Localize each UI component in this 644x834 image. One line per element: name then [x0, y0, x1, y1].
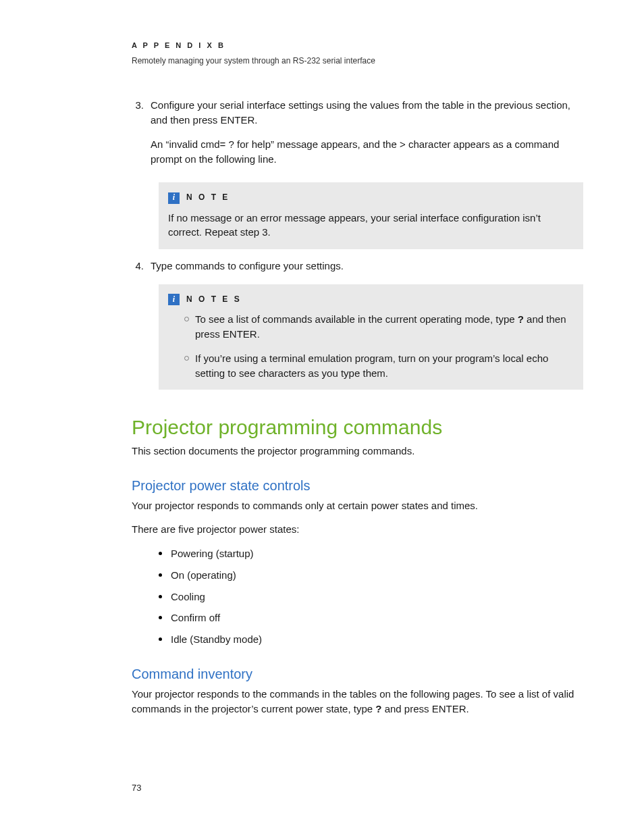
list-item: On (operating) [159, 568, 583, 583]
info-icon: i [168, 192, 180, 204]
subheading-power-state-controls: Projector power state controls [132, 476, 583, 496]
text-fragment: and press ENTER. [381, 703, 468, 714]
list-item: Powering (startup) [159, 546, 583, 561]
text-fragment: To see a list of commands available in t… [195, 313, 518, 325]
notes-callout: i N O T E S To see a list of commands av… [159, 284, 583, 390]
step-4-p1: Type commands to configure your settings… [151, 259, 583, 273]
appendix-subtitle: Remotely managing your system through an… [132, 55, 583, 67]
callout-header: i N O T E [168, 192, 572, 203]
list-item: Idle (Standby mode) [159, 632, 583, 647]
callout-list: To see a list of commands available in t… [168, 312, 572, 380]
power-state-p1: Your projector responds to commands only… [132, 498, 583, 513]
step-body: Type commands to configure your settings… [151, 259, 583, 278]
power-states-list: Powering (startup) On (operating) Coolin… [132, 546, 583, 647]
callout-list-item: If you’re using a terminal emulation pro… [184, 351, 572, 381]
callout-title: N O T E [186, 192, 230, 203]
callout-header: i N O T E S [168, 294, 572, 305]
list-item: Confirm off [159, 610, 583, 625]
text-fragment: Your projector responds to the commands … [132, 688, 574, 714]
page-number: 73 [132, 782, 141, 795]
step-number: 3. [132, 98, 151, 176]
step-3-p1: Configure your serial interface settings… [151, 98, 583, 128]
callout-title: N O T E S [186, 294, 242, 305]
step-3-p2: An “invalid cmd= ? for help” message app… [151, 137, 583, 167]
step-number: 4. [132, 259, 151, 278]
note-callout: i N O T E If no message or an error mess… [159, 182, 583, 249]
section-intro: This section documents the projector pro… [132, 444, 583, 459]
callout-text: If no message or an error message appear… [168, 211, 572, 240]
callout-list-item: To see a list of commands available in t… [184, 312, 572, 342]
power-state-p2: There are five projector power states: [132, 522, 583, 537]
step-body: Configure your serial interface settings… [151, 98, 583, 176]
step-3: 3. Configure your serial interface setti… [132, 98, 583, 176]
command-inventory-p1: Your projector responds to the commands … [132, 687, 583, 716]
subheading-command-inventory: Command inventory [132, 664, 583, 684]
bold-question-mark: ? [518, 313, 524, 325]
list-item: Cooling [159, 590, 583, 604]
appendix-eyebrow: A P P E N D I X B [132, 41, 583, 51]
info-icon: i [168, 294, 180, 305]
step-4: 4. Type commands to configure your setti… [132, 259, 583, 278]
page: A P P E N D I X B Remotely managing your… [0, 0, 644, 834]
section-heading-projector-programming: Projector programming commands [132, 413, 583, 442]
